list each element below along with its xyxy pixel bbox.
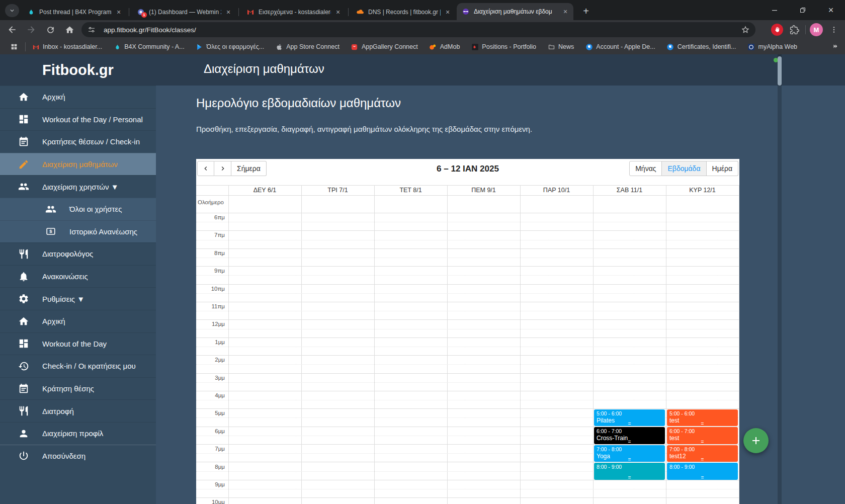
bookmarks-overflow-chevrons-icon[interactable] xyxy=(832,43,839,51)
page-scrollbar[interactable] xyxy=(778,54,782,504)
sidebar-item-book-seat[interactable]: Κράτηση θέσης xyxy=(0,377,156,400)
tab-close-icon[interactable]: × xyxy=(444,8,452,16)
sidebar-item-logout[interactable]: Αποσύνδεση xyxy=(0,445,156,467)
close-window-button[interactable]: × xyxy=(817,0,845,20)
bookmark-admob[interactable]: AdMob xyxy=(429,43,460,51)
next-week-button[interactable] xyxy=(214,161,231,176)
bookmark-apps[interactable]: Όλες οι εφαρμογές... xyxy=(196,43,265,51)
sidebar-item-home[interactable]: Αρχική xyxy=(0,86,156,108)
apps-grid-icon[interactable] xyxy=(7,40,21,54)
browser-menu-kebab-icon[interactable] xyxy=(827,23,841,37)
browser-toolbar: app.fitbook.gr/FitBook/classes/ M xyxy=(0,20,845,39)
section-heading: Ημερολόγιο εβδομαδιαίων μαθημάτων xyxy=(196,96,401,110)
sidebar-item-renewal-history[interactable]: $ Ιστορικό Ανανέωσης xyxy=(0,220,156,243)
calendar-toolbar: Σήμερα 6 – 12 ΙΑΝ 2025 Μήνας Εβδομάδα Ημ… xyxy=(197,160,738,177)
sidebar-item-user-management[interactable]: Διαχείριση χρηστών ▼ xyxy=(0,175,156,198)
calendar-event[interactable]: 8:00 - 9:00 xyxy=(594,463,665,480)
bookmark-myalpha[interactable]: myAlpha Web xyxy=(747,43,797,51)
time-label: 11πμ xyxy=(196,303,225,309)
admob-icon xyxy=(429,43,437,51)
reload-button[interactable] xyxy=(43,23,57,37)
today-button[interactable]: Σήμερα xyxy=(231,161,267,176)
tab-close-icon[interactable]: × xyxy=(334,8,342,16)
time-label: 9μμ xyxy=(196,481,225,487)
tab-close-icon[interactable]: × xyxy=(561,8,569,16)
home-icon xyxy=(18,316,29,327)
adblock-extension-icon[interactable] xyxy=(771,24,783,36)
resize-handle-icon[interactable] xyxy=(667,457,738,462)
tab-webmin[interactable]: 1 (1) Dashboard — Webmin 2.202 × xyxy=(132,4,236,20)
bookmark-certificates[interactable]: Certificates, Identifi... xyxy=(666,43,736,51)
sidebar-item-bookings-checkin[interactable]: Κρατήσεις θέσεων / Check-in xyxy=(0,130,156,153)
site-settings-icon[interactable] xyxy=(84,23,99,37)
home-button[interactable] xyxy=(62,23,76,37)
calendar-event[interactable]: 8:00 - 9:00 xyxy=(667,463,738,480)
resize-handle-icon[interactable] xyxy=(594,422,665,426)
time-label: 12μμ xyxy=(196,321,225,327)
calendar-event[interactable]: 6:00 - 7:00 test xyxy=(667,427,738,444)
cloud-icon xyxy=(356,8,364,16)
resize-handle-icon[interactable] xyxy=(667,422,738,426)
sidebar-item-profile[interactable]: Διαχείριση προφίλ xyxy=(0,422,156,445)
resize-handle-icon[interactable] xyxy=(594,440,665,444)
bookmark-appstore[interactable]: App Store Connect xyxy=(275,43,340,51)
resize-handle-icon[interactable] xyxy=(594,475,665,480)
notification-badge: 1 xyxy=(141,12,147,18)
week-view-button[interactable]: Εβδομάδα xyxy=(662,161,706,176)
app-content: Fitbook.gr Αρχική Workout of the Day / P… xyxy=(0,54,845,504)
tab-dns[interactable]: DNS | Records | fitbook.gr | Kost × xyxy=(351,4,456,20)
restore-button[interactable] xyxy=(789,0,817,20)
tab-search-button[interactable] xyxy=(5,4,19,17)
sidebar-item-home-member[interactable]: Αρχική xyxy=(0,310,156,332)
sidebar-item-class-management-active[interactable]: Διαχείριση μαθημάτων xyxy=(0,153,156,176)
main-panel: Διαχείριση μαθημάτων Ημερολόγιο εβδομαδι… xyxy=(156,54,845,504)
bookmark-b4x[interactable]: B4X Community - A... xyxy=(113,43,184,51)
time-label: 7πμ xyxy=(196,232,225,238)
forward-button[interactable] xyxy=(24,23,38,37)
bookmark-star-icon[interactable] xyxy=(738,23,752,37)
time-label: 2μμ xyxy=(196,357,225,363)
sidebar-item-all-users[interactable]: Όλοι οι χρήστες xyxy=(0,198,156,220)
weekly-calendar: Σήμερα 6 – 12 ΙΑΝ 2025 Μήνας Εβδομάδα Ημ… xyxy=(196,159,739,504)
sidebar-item-nutritionist[interactable]: Διατροφολόγος xyxy=(0,242,156,265)
profile-avatar[interactable]: M xyxy=(810,23,823,36)
sidebar-item-nutrition[interactable]: Διατροφή xyxy=(0,399,156,422)
resize-handle-icon[interactable] xyxy=(667,440,738,444)
sidebar-item-wod[interactable]: Workout of the Day xyxy=(0,332,156,355)
address-bar[interactable]: app.fitbook.gr/FitBook/classes/ xyxy=(81,22,755,37)
sidebar-item-wod-personal[interactable]: Workout of the Day / Personal xyxy=(0,108,156,131)
calendar-event[interactable]: 7:00 - 8:00 test12 xyxy=(667,445,738,462)
bookmark-appgallery[interactable]: AppGallery Connect xyxy=(351,43,418,51)
time-label: 8πμ xyxy=(196,250,225,256)
bookmark-inbox[interactable]: Inbox - kostasdialer... xyxy=(32,43,102,51)
time-label: 4μμ xyxy=(196,392,225,398)
folder-icon xyxy=(547,43,555,51)
extensions-puzzle-icon[interactable] xyxy=(787,23,801,37)
sidebar-item-my-bookings[interactable]: Check-in / Οι κρατήσεις μου xyxy=(0,355,156,377)
tab-close-icon[interactable]: × xyxy=(224,8,232,16)
tab-b4x[interactable]: Post thread | B4X Programming × xyxy=(22,4,127,20)
scrollbar-thumb[interactable] xyxy=(778,56,782,86)
tab-close-icon[interactable]: × xyxy=(115,8,123,16)
add-class-fab[interactable] xyxy=(743,428,769,453)
resize-handle-icon[interactable] xyxy=(594,457,665,462)
back-button[interactable] xyxy=(5,23,19,37)
new-tab-button[interactable]: + xyxy=(579,5,593,18)
resize-handle-icon[interactable] xyxy=(667,475,738,480)
bookmark-news-folder[interactable]: News xyxy=(547,43,574,51)
calendar-event[interactable]: 6:00 - 7:00 Cross-Train xyxy=(594,427,665,444)
bookmark-apple-account[interactable]: Account - Apple De... xyxy=(585,43,655,51)
calendar-event[interactable]: 5:00 - 6:00 Pilates xyxy=(594,409,665,426)
minimize-button[interactable] xyxy=(760,0,789,20)
tab-gmail[interactable]: Εισερχόμενα - kostasdialer@gm × xyxy=(241,4,346,20)
bookmark-positions[interactable]: Positions - Portfolio xyxy=(471,43,536,51)
url-text[interactable]: app.fitbook.gr/FitBook/classes/ xyxy=(104,26,733,34)
sidebar-item-settings[interactable]: Ρυθμίσεις ▼ xyxy=(0,287,156,310)
calendar-event[interactable]: 7:00 - 8:00 Yoga xyxy=(594,445,665,462)
day-view-button[interactable]: Ημέρα xyxy=(707,161,738,176)
sidebar-item-announcements[interactable]: Ανακοινώσεις xyxy=(0,265,156,288)
calendar-event[interactable]: 5:00 - 6:00 test xyxy=(667,409,738,426)
month-view-button[interactable]: Μήνας xyxy=(629,161,662,176)
prev-week-button[interactable] xyxy=(197,161,214,176)
tab-fitbook-active[interactable]: Διαχείριση μαθημάτων εβδομ × xyxy=(457,3,573,20)
